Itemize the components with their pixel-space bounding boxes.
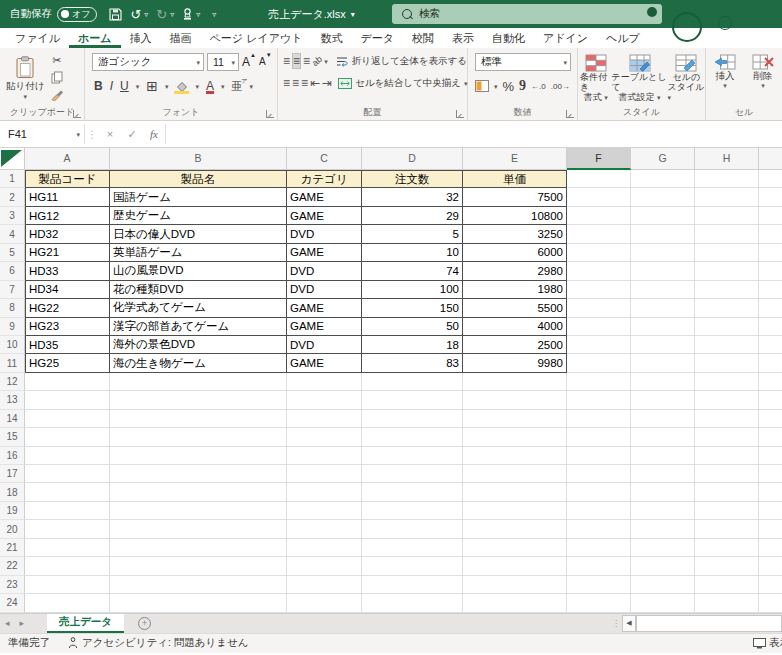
row-header-24[interactable]: 24 [0,594,25,612]
cell-E9[interactable]: 4000 [463,318,567,336]
decrease-decimal-icon[interactable]: .00→ [551,82,570,91]
cell-I8[interactable] [759,299,782,317]
cell-B19[interactable] [110,502,287,520]
fill-color-dropdown-icon[interactable]: ▾ [195,84,199,89]
row-header-4[interactable]: 4 [0,225,25,243]
cell-A4[interactable]: HD32 [25,225,110,243]
row-header-14[interactable]: 14 [0,410,25,428]
cell-E10[interactable]: 2500 [463,336,567,354]
cell-F6[interactable] [567,262,631,280]
cell-E2[interactable]: 7500 [463,188,567,206]
cell-A10[interactable]: HD35 [25,336,110,354]
cell-C18[interactable] [287,483,362,501]
cell-D10[interactable]: 18 [362,336,463,354]
select-all-button[interactable] [0,148,25,170]
tab-formulas[interactable]: 数式 [311,28,351,48]
cell-H17[interactable] [695,465,759,483]
font-size-select[interactable]: 11 ▾ [207,53,239,71]
cell-C24[interactable] [287,594,362,612]
column-header-F[interactable]: F [567,148,631,170]
cell-H15[interactable] [695,428,759,446]
cell-A12[interactable] [25,373,110,391]
format-painter-icon[interactable] [50,86,63,102]
stamp-icon[interactable] [182,8,193,21]
scrollbar-track[interactable] [636,615,782,632]
cell-E1[interactable]: 単価 [463,170,567,188]
cell-A23[interactable] [25,576,110,594]
column-header-B[interactable]: B [110,148,287,170]
merge-center-button[interactable]: セルを結合して中央揃え ▾ [338,77,467,90]
cell-G6[interactable] [631,262,695,280]
cell-G24[interactable] [631,594,695,612]
cell-F10[interactable] [567,336,631,354]
underline-dropdown-icon[interactable]: ▾ [136,84,140,89]
cell-D15[interactable] [362,428,463,446]
scrollbar-resize-handle[interactable]: ⋮ [609,614,622,633]
cell-G19[interactable] [631,502,695,520]
cell-B12[interactable] [110,373,287,391]
cell-C23[interactable] [287,576,362,594]
row-header-17[interactable]: 17 [0,465,25,483]
cell-C14[interactable] [287,410,362,428]
tab-automate[interactable]: 自動化 [483,28,534,48]
cell-G7[interactable] [631,281,695,299]
cell-F22[interactable] [567,557,631,575]
cell-F15[interactable] [567,428,631,446]
cell-D19[interactable] [362,502,463,520]
cell-D7[interactable]: 100 [362,281,463,299]
row-header-22[interactable]: 22 [0,557,25,575]
align-bottom-icon[interactable]: ≡ [303,54,310,68]
tab-draw[interactable]: 描画 [161,28,201,48]
column-header-I[interactable]: I [759,148,782,170]
cell-B15[interactable] [110,428,287,446]
cell-B4[interactable]: 日本の偉人DVD [110,225,287,243]
cell-I24[interactable] [759,594,782,612]
cell-H1[interactable] [695,170,759,188]
increase-font-icon[interactable]: A▲ [242,55,256,69]
cell-C19[interactable] [287,502,362,520]
cell-A13[interactable] [25,391,110,409]
cell-H10[interactable] [695,336,759,354]
fill-color-icon[interactable] [175,81,188,92]
cell-I3[interactable] [759,207,782,225]
cell-B20[interactable] [110,520,287,538]
row-header-5[interactable]: 5 [0,244,25,262]
cell-C12[interactable] [287,373,362,391]
cell-D6[interactable]: 74 [362,262,463,280]
cell-E6[interactable]: 2980 [463,262,567,280]
tab-insert[interactable]: 挿入 [121,28,161,48]
cell-A8[interactable]: HG22 [25,299,110,317]
cell-E4[interactable]: 3250 [463,225,567,243]
cell-B1[interactable]: 製品名 [110,170,287,188]
stamp-dropdown-icon[interactable]: ▿ [196,10,200,19]
undo-dropdown-icon[interactable]: ▿ [144,10,148,19]
cell-H3[interactable] [695,207,759,225]
orientation-dropdown-icon[interactable]: ▾ [324,59,328,64]
percent-style-button[interactable]: % [503,79,515,94]
row-header-6[interactable]: 6 [0,262,25,280]
cell-H18[interactable] [695,483,759,501]
cell-H13[interactable] [695,391,759,409]
cell-G15[interactable] [631,428,695,446]
cell-H20[interactable] [695,520,759,538]
cell-E5[interactable]: 6000 [463,244,567,262]
cell-H22[interactable] [695,557,759,575]
align-top-icon[interactable]: ≡ [283,54,290,68]
cell-C4[interactable]: DVD [287,225,362,243]
cell-F19[interactable] [567,502,631,520]
row-header-10[interactable]: 10 [0,336,25,354]
increase-decimal-icon[interactable]: ←.0 [531,82,546,91]
clipboard-dialog-launcher[interactable] [73,110,81,118]
accounting-dropdown-icon[interactable]: ▾ [494,84,498,89]
cell-H7[interactable] [695,281,759,299]
row-header-19[interactable]: 19 [0,502,25,520]
cell-C9[interactable]: GAME [287,318,362,336]
column-header-H[interactable]: H [695,148,759,170]
wrap-text-button[interactable]: 折り返して全体を表示する [336,55,467,68]
cell-E7[interactable]: 1980 [463,281,567,299]
cell-I18[interactable] [759,483,782,501]
cell-H21[interactable] [695,539,759,557]
insert-cells-button[interactable]: 挿入 ▾ [714,54,736,88]
number-format-select[interactable]: 標準 ▾ [475,53,571,71]
row-header-3[interactable]: 3 [0,207,25,225]
